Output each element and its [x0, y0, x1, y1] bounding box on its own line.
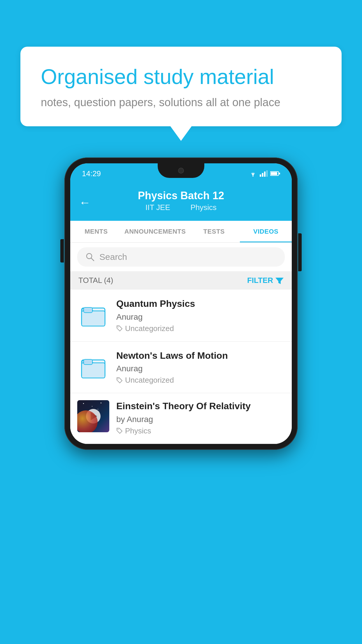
bubble-subtitle: notes, question papers, solutions all at… [41, 96, 321, 109]
svg-line-9 [91, 258, 94, 261]
list-item[interactable]: Newton's Laws of Motion Anurag Uncategor… [70, 342, 292, 393]
search-bar[interactable]: Search [77, 247, 285, 267]
svg-marker-10 [275, 278, 284, 284]
speech-bubble-container: Organised study material notes, question… [20, 47, 342, 126]
bubble-title: Organised study material [41, 64, 321, 89]
svg-rect-13 [84, 307, 92, 313]
list-item[interactable]: Quantum Physics Anurag Uncategorized [70, 290, 292, 342]
list-item[interactable]: Einstein's Theory Of Relativity by Anura… [70, 393, 292, 444]
svg-rect-12 [82, 311, 105, 326]
video-thumbnail-1 [77, 299, 109, 331]
video-author-1: Anurag [116, 312, 285, 322]
svg-rect-2 [262, 173, 263, 177]
header-subtitle: IIT JEE Physics [79, 203, 283, 212]
search-container: Search [70, 243, 292, 271]
svg-rect-6 [271, 172, 277, 175]
phone-screen: 14:29 [70, 163, 292, 444]
header-title: Physics Batch 12 [79, 190, 283, 202]
svg-point-19 [118, 429, 119, 430]
tag-icon [116, 428, 123, 434]
speech-bubble: Organised study material notes, question… [20, 47, 342, 126]
tab-ments[interactable]: MENTS [70, 221, 122, 242]
video-title-1: Quantum Physics [116, 298, 285, 310]
svg-rect-3 [264, 172, 266, 177]
phone-wrapper: 14:29 [64, 158, 298, 450]
video-title-3: Einstein's Theory Of Relativity [116, 400, 285, 412]
status-icons [249, 170, 280, 177]
video-author-2: Anurag [116, 364, 285, 373]
total-count: TOTAL (4) [78, 276, 113, 285]
tag-icon [116, 377, 123, 384]
svg-rect-7 [279, 173, 280, 174]
svg-point-14 [118, 327, 119, 328]
video-thumbnail-3 [77, 400, 109, 432]
status-bar: 14:29 [70, 163, 292, 184]
filter-icon [275, 276, 284, 285]
signal-icon [260, 170, 268, 177]
svg-rect-17 [84, 359, 92, 365]
video-info-2: Newton's Laws of Motion Anurag Uncategor… [116, 350, 285, 385]
filter-button[interactable]: FILTER [247, 276, 284, 285]
subtitle-iit: IIT JEE [145, 203, 170, 212]
video-thumbnail-2 [77, 351, 109, 383]
video-list: Quantum Physics Anurag Uncategorized [70, 290, 292, 444]
tab-tests[interactable]: TESTS [188, 221, 240, 242]
svg-rect-1 [260, 174, 261, 177]
subtitle-physics: Physics [190, 203, 217, 212]
tag-icon [116, 325, 123, 332]
tab-videos[interactable]: VIDEOS [240, 221, 292, 242]
back-button[interactable]: ← [79, 196, 91, 209]
subtitle-separator [179, 203, 183, 212]
search-input-placeholder[interactable]: Search [99, 252, 127, 262]
tab-announcements[interactable]: ANNOUNCEMENTS [122, 221, 188, 242]
tabs: MENTS ANNOUNCEMENTS TESTS VIDEOS [70, 221, 292, 243]
folder-icon [80, 354, 106, 380]
filter-row: TOTAL (4) FILTER [70, 271, 292, 290]
app-header: ← Physics Batch 12 IIT JEE Physics [70, 184, 292, 221]
svg-point-0 [252, 176, 254, 177]
filter-label: FILTER [247, 276, 273, 285]
video-author-3: by Anurag [116, 415, 285, 424]
search-icon [85, 252, 95, 262]
wifi-icon [249, 170, 257, 177]
video-category-2: Uncategorized [116, 376, 285, 385]
video-category-3: Physics [116, 426, 285, 435]
video-category-1: Uncategorized [116, 324, 285, 333]
folder-icon [80, 302, 106, 328]
status-time: 14:29 [82, 169, 101, 178]
video-title-2: Newton's Laws of Motion [116, 350, 285, 362]
svg-rect-16 [82, 363, 105, 378]
svg-point-18 [118, 378, 119, 379]
camera-dot [178, 168, 184, 174]
svg-rect-4 [266, 170, 268, 177]
video-info-3: Einstein's Theory Of Relativity by Anura… [116, 400, 285, 435]
phone-outer: 14:29 [64, 158, 298, 450]
notch [158, 163, 204, 178]
category-text-3: Physics [125, 426, 151, 435]
video-info-1: Quantum Physics Anurag Uncategorized [116, 298, 285, 333]
battery-icon [270, 171, 280, 176]
category-text-1: Uncategorized [125, 324, 174, 333]
category-text-2: Uncategorized [125, 376, 174, 385]
